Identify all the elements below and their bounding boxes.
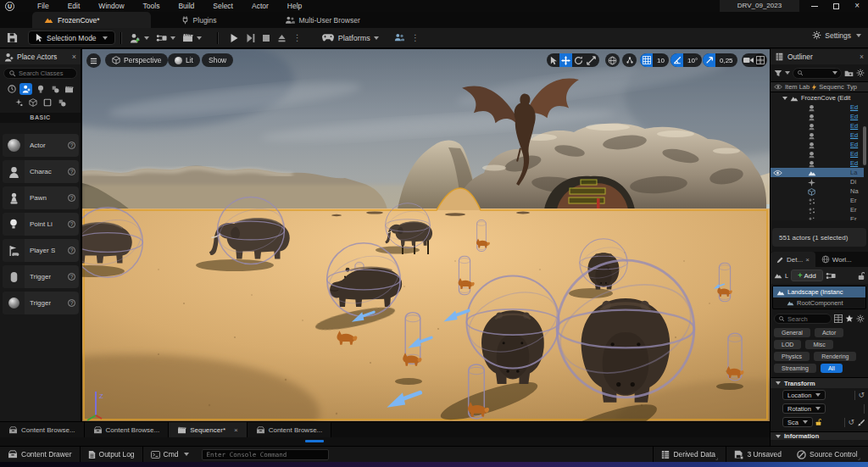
output-log-button[interactable]: Output Log [81, 447, 143, 463]
blueprints-button[interactable] [153, 31, 179, 46]
menu-help[interactable]: Help [278, 0, 311, 12]
search-classes-input[interactable] [19, 69, 71, 77]
display-options-icon[interactable] [834, 314, 843, 324]
rotation-snap-control[interactable]: 10° [670, 53, 702, 67]
lightning-icon[interactable] [812, 84, 816, 91]
component-landscape[interactable]: Landscape (Instanc [773, 286, 865, 297]
menu-edit[interactable]: Edit [58, 0, 90, 12]
minimize-icon[interactable] [811, 6, 818, 7]
save-button[interactable] [7, 32, 18, 43]
move-tool-icon[interactable] [559, 53, 572, 67]
brush-icon[interactable] [857, 418, 865, 426]
outliner-row[interactable]: Ed [771, 103, 864, 112]
stop-button[interactable] [259, 31, 274, 46]
information-section-header[interactable]: Information [771, 431, 868, 440]
cinematics-button[interactable] [179, 31, 205, 46]
maximize-icon[interactable] [833, 3, 839, 9]
place-item-character[interactable]: Charac ? [3, 160, 79, 183]
recent-category-icon[interactable] [5, 83, 18, 95]
place-item-actor[interactable]: Actor ? [3, 134, 79, 157]
outliner-row[interactable]: Ed [771, 140, 864, 149]
lock-scale-icon[interactable] [815, 418, 821, 427]
menu-tools[interactable]: Tools [134, 0, 170, 12]
outliner-row[interactable]: Di [771, 177, 864, 186]
outliner-row[interactable]: Ed [771, 121, 864, 131]
cmd-dropdown[interactable]: Cmd [143, 447, 197, 463]
type-link[interactable]: Ed [850, 141, 858, 148]
type-link[interactable]: Ed [850, 159, 858, 167]
tab-content-browser-2[interactable]: Content Browse... [85, 422, 170, 437]
menu-actor[interactable]: Actor [242, 0, 278, 12]
component-root-component[interactable]: RootComponent [773, 297, 865, 309]
cinematic-category-icon[interactable] [63, 83, 75, 95]
all-classes-category-icon[interactable] [56, 97, 69, 108]
frame-skip-button[interactable] [242, 31, 259, 46]
grid-snap-value[interactable]: 10 [653, 57, 669, 64]
type-link[interactable]: Ed [850, 103, 858, 111]
outliner-search-box[interactable] [793, 68, 842, 79]
filter-actor[interactable]: Actor [815, 328, 843, 337]
scale-snap-control[interactable]: 0,25 [703, 53, 737, 67]
world-local-space-toggle[interactable] [605, 53, 620, 67]
eject-button[interactable] [274, 31, 290, 46]
type-link[interactable]: Ed [850, 122, 858, 130]
scale-tool-icon[interactable] [585, 53, 598, 67]
rotate-tool-icon[interactable] [572, 53, 585, 67]
tab-sequencer[interactable]: Sequencer* × [169, 422, 247, 437]
help-icon[interactable]: ? [68, 299, 75, 307]
perspective-dropdown[interactable]: Perspective [105, 53, 168, 67]
settings-dropdown[interactable]: Settings [812, 31, 861, 40]
platforms-dropdown[interactable]: Platforms [319, 31, 382, 46]
blueprint-script-button[interactable] [826, 271, 836, 280]
add-actor-button[interactable]: + [126, 31, 153, 46]
help-icon[interactable]: ? [68, 273, 75, 281]
help-icon[interactable]: ? [68, 142, 75, 149]
details-settings-icon[interactable] [856, 314, 865, 324]
play-options-icon[interactable]: ⋮ [290, 33, 305, 42]
column-sequence[interactable]: Sequenc [819, 83, 844, 91]
place-item-trigger-sphere[interactable]: Trigger ? [3, 292, 79, 314]
viewport-options-menu[interactable] [86, 53, 101, 68]
column-item-label[interactable]: Item Lab [785, 83, 810, 91]
menu-select[interactable]: Select [203, 0, 242, 12]
rotation-snap-value[interactable]: 10° [683, 57, 702, 64]
outliner-header[interactable]: Outliner × [771, 49, 868, 64]
content-drawer-button[interactable]: Content Drawer [0, 447, 81, 463]
level-viewport[interactable]: Z Perspective Lit Show 10 [82, 49, 770, 421]
filter-physics[interactable]: Physics [774, 352, 810, 361]
add-component-button[interactable]: + Add [791, 270, 823, 281]
tab-world-settings[interactable]: Worl... [815, 252, 858, 267]
menu-file[interactable]: File [28, 0, 58, 12]
place-item-player-start[interactable]: Player S ? [3, 239, 79, 262]
close-icon[interactable]: × [854, 2, 860, 10]
filter-dropdown[interactable] [774, 69, 790, 77]
filter-lod[interactable]: LOD [774, 340, 801, 349]
help-icon[interactable]: ? [68, 194, 75, 202]
outliner-scrollbar[interactable] [863, 126, 866, 165]
derived-data-button[interactable]: Derived Data ⌟ [653, 447, 726, 463]
volumes-category-icon[interactable] [42, 97, 54, 108]
place-item-point-light[interactable]: Point Li ? [3, 213, 79, 236]
reset-location-icon[interactable]: ↺ [858, 392, 865, 399]
filter-all[interactable]: All [821, 364, 843, 373]
play-button[interactable] [226, 31, 242, 46]
scale-dropdown[interactable]: Sca [782, 417, 813, 427]
lights-category-icon[interactable] [34, 83, 47, 95]
outliner-row-selected[interactable]: La [771, 168, 864, 177]
tab-content-browser-3[interactable]: Content Browse... [248, 422, 332, 437]
close-icon[interactable]: × [860, 53, 864, 61]
reset-scale-icon[interactable]: ↺ [848, 419, 854, 426]
show-dropdown[interactable]: Show [202, 53, 233, 67]
outliner-row[interactable]: Er [771, 214, 864, 220]
select-tool-icon[interactable] [547, 53, 559, 67]
help-icon[interactable]: ? [68, 168, 75, 175]
tab-content-browser-1[interactable]: Content Browse... [0, 422, 85, 437]
close-icon[interactable]: × [234, 426, 238, 434]
maximize-viewport-icon[interactable] [754, 53, 767, 67]
selection-mode-dropdown[interactable]: Selection Mode [28, 31, 115, 45]
toolbar-options-icon[interactable]: ⋮ [408, 33, 423, 42]
tab-plugins[interactable]: Plugins [170, 12, 229, 28]
outliner-row[interactable]: Er [771, 205, 864, 214]
source-control-button[interactable]: Source Control ⌟ [789, 447, 868, 463]
type-link[interactable]: La [850, 169, 857, 176]
